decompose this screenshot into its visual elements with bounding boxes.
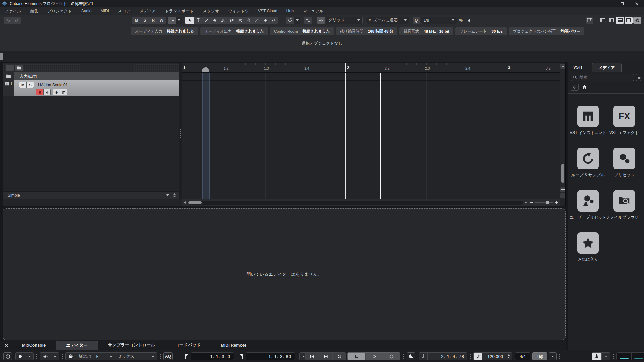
- autoscroll-button[interactable]: [168, 17, 176, 24]
- results-view-button[interactable]: [636, 74, 641, 81]
- menu-file[interactable]: ファイル: [5, 8, 21, 14]
- tool-object-selection[interactable]: [185, 17, 194, 24]
- iterative-quantize-button[interactable]: %: [457, 17, 465, 24]
- tab-editor[interactable]: エディター: [56, 341, 98, 350]
- left-locator-display[interactable]: 1. 1. 3. 0: [191, 352, 234, 360]
- go-to-previous-marker-button[interactable]: [306, 353, 319, 360]
- media-tile-file-browser[interactable]: ファイルブラウザー: [606, 190, 642, 220]
- menu-project[interactable]: プロジェクト: [47, 8, 72, 14]
- zoom-in-icon[interactable]: [555, 201, 558, 204]
- tool-mute[interactable]: [236, 17, 244, 24]
- track-mute-button[interactable]: M: [19, 82, 26, 88]
- control-room-status[interactable]: Control Room接続されました: [270, 27, 334, 35]
- tab-chord-pads[interactable]: コードパッド: [165, 340, 211, 350]
- undo-button[interactable]: [4, 17, 12, 24]
- menu-scores[interactable]: スコア: [118, 8, 130, 14]
- record-enable-button[interactable]: [36, 89, 43, 95]
- use-track-preset-button[interactable]: [15, 65, 23, 71]
- tool-play[interactable]: [261, 17, 269, 24]
- tool-erase[interactable]: [211, 17, 219, 24]
- media-tile-user-presets[interactable]: ユーザープリセット: [570, 190, 606, 220]
- zoom-out-vertical-button[interactable]: [560, 187, 565, 192]
- tab-mixconsole[interactable]: MixConsole: [12, 340, 56, 350]
- track-versions-options-button[interactable]: [294, 17, 300, 24]
- track-name[interactable]: HALion Sonic 01: [38, 83, 68, 87]
- pan-law[interactable]: プロジェクトのパン補正均等パワー: [509, 27, 584, 35]
- audio-record-mode-group[interactable]: [40, 352, 59, 360]
- horizontal-scroll-thumb[interactable]: [188, 201, 202, 204]
- write-automation-button[interactable]: W: [157, 17, 166, 24]
- auto-quantize-button[interactable]: AQ: [163, 352, 173, 360]
- playhead-handle[interactable]: [202, 67, 209, 73]
- mute-all-button[interactable]: M: [132, 17, 141, 24]
- media-tile-loops-samples[interactable]: ループ & サンプル: [570, 148, 606, 178]
- horizontal-scroll-track[interactable]: [187, 201, 523, 205]
- close-button[interactable]: [629, 0, 644, 7]
- audio-input-status[interactable]: オーディオ入力接続されました: [131, 27, 198, 35]
- vertical-scroll-thumb[interactable]: [561, 164, 564, 183]
- menu-transport[interactable]: トランスポート: [165, 8, 194, 14]
- tab-vsti[interactable]: VSTi: [568, 65, 582, 70]
- tab-midi-remote[interactable]: MIDI Remote: [211, 340, 256, 350]
- tempo-group[interactable]: 120.000: [473, 352, 512, 360]
- zoom-slider-thumb[interactable]: [546, 201, 549, 204]
- left-locator-icon[interactable]: [184, 354, 189, 359]
- toggle-lower-zone-button[interactable]: [616, 17, 624, 24]
- setup-window-layout-button[interactable]: [633, 17, 641, 24]
- quantize-q-button[interactable]: Q: [413, 17, 420, 24]
- close-lower-zone-button[interactable]: [0, 340, 12, 350]
- snap-type-dropdown[interactable]: グリッド: [326, 17, 363, 24]
- maximize-button[interactable]: [614, 0, 629, 7]
- tempo-options-button[interactable]: [549, 352, 557, 360]
- menu-midi[interactable]: MIDI: [101, 9, 109, 13]
- solo-all-button[interactable]: S: [141, 17, 149, 24]
- menu-edit[interactable]: 編集: [30, 8, 38, 14]
- tab-sampler-control[interactable]: サンプラーコントロール: [98, 340, 165, 350]
- snap-to-zero-button[interactable]: [304, 17, 312, 24]
- menu-hub[interactable]: Hub: [286, 9, 294, 13]
- home-button[interactable]: [582, 85, 587, 89]
- metronome-button[interactable]: [592, 353, 601, 360]
- tool-range-selection[interactable]: [194, 17, 202, 24]
- view-preset-label[interactable]: Simple: [8, 193, 20, 198]
- constrain-delay-button[interactable]: [3, 352, 12, 360]
- autoscroll-options-button[interactable]: [176, 17, 182, 24]
- tool-glue[interactable]: [227, 17, 236, 24]
- menu-vst-cloud[interactable]: VST Cloud: [258, 9, 277, 13]
- monitor-button[interactable]: [43, 89, 50, 95]
- ruler-options-button[interactable]: [560, 64, 565, 69]
- record-mode-group[interactable]: [15, 352, 34, 360]
- snap-on-off-button[interactable]: [317, 17, 325, 24]
- toggle-inspector-button[interactable]: [607, 17, 615, 24]
- cycle-button[interactable]: [332, 353, 346, 360]
- menu-manual[interactable]: マニュアル: [303, 8, 323, 14]
- midi-record-mode-group[interactable]: 新規パート ミックス: [65, 352, 157, 360]
- record-button[interactable]: [383, 353, 400, 360]
- time-signature-display[interactable]: 4/4: [515, 352, 530, 360]
- edit-instrument-button[interactable]: e: [53, 89, 60, 95]
- track-solo-button[interactable]: S: [26, 82, 34, 88]
- read-automation-button[interactable]: R: [149, 17, 157, 24]
- search-input[interactable]: [579, 75, 632, 80]
- go-to-next-marker-button[interactable]: [319, 353, 332, 360]
- menu-audio[interactable]: Audio: [81, 9, 92, 13]
- output-level-meter[interactable]: [616, 352, 644, 360]
- event-grid[interactable]: [182, 73, 560, 199]
- instrument-track-row[interactable]: 1 M S HALion Sonic 01: [3, 80, 179, 96]
- grid-type-dropdown[interactable]: # ズームに適応: [366, 17, 409, 24]
- zoom-slider[interactable]: [535, 202, 553, 203]
- media-tile-vst-effects[interactable]: FX VST エフェクト: [606, 106, 642, 136]
- search-box[interactable]: [571, 74, 634, 81]
- tool-draw[interactable]: [202, 17, 211, 24]
- track-versions-button[interactable]: [286, 17, 294, 24]
- frame-rate[interactable]: フレームレート30 fps: [455, 27, 507, 35]
- metronome-click-button[interactable]: [407, 352, 415, 360]
- view-preset-caret[interactable]: [166, 194, 169, 196]
- redo-button[interactable]: [12, 17, 21, 24]
- toggle-right-zone-button[interactable]: [625, 17, 633, 24]
- scroll-left-button[interactable]: [182, 199, 187, 206]
- record-format[interactable]: 録音形式48 kHz - 16 bit: [399, 27, 453, 35]
- horizontal-scrollbar[interactable]: [182, 199, 560, 206]
- zoom-in-vertical-button[interactable]: [560, 193, 565, 198]
- audio-output-status[interactable]: オーディオ出力接続されました: [200, 27, 268, 35]
